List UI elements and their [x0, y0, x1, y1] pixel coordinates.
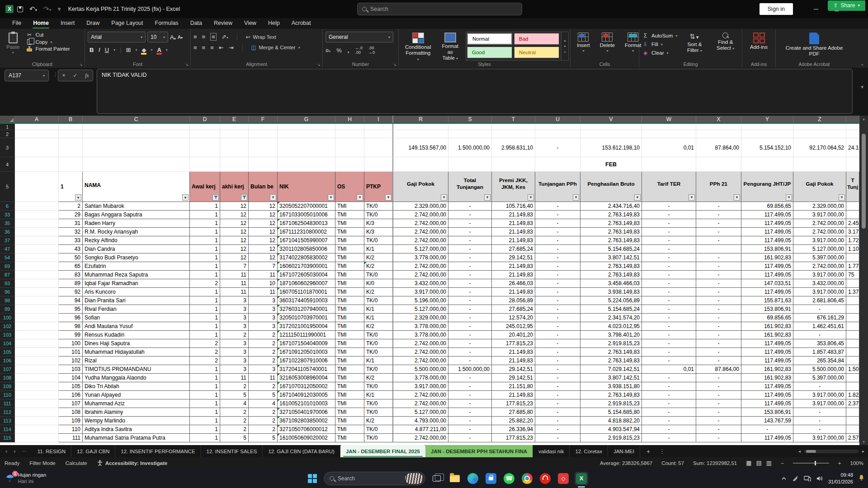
cell[interactable]: 43: [59, 245, 83, 253]
minimize-button[interactable]: ─: [806, 0, 826, 18]
cell[interactable]: -: [642, 374, 696, 382]
cell[interactable]: 5.500.000,00: [793, 365, 846, 374]
cell[interactable]: Rizal: [83, 357, 190, 365]
cell[interactable]: 3: [220, 296, 249, 305]
cell[interactable]: [846, 348, 859, 357]
chrome-button[interactable]: [520, 472, 534, 485]
cell[interactable]: 11: [249, 288, 278, 296]
cell[interactable]: 5: [220, 391, 249, 399]
cell[interactable]: 4: [220, 399, 249, 408]
cell[interactable]: 12.574,20: [492, 314, 535, 322]
cell[interactable]: 21.151,80: [492, 382, 535, 391]
cell[interactable]: 12: [249, 211, 278, 219]
accounting-format-button[interactable]: ¤▾: [326, 47, 330, 54]
cell[interactable]: TMI: [335, 417, 364, 425]
cell[interactable]: 21.149,83: [492, 391, 535, 399]
cell[interactable]: 1: [190, 365, 220, 374]
cell[interactable]: 2.763.149,83: [580, 219, 642, 228]
cell[interactable]: 3.778.000,00: [393, 331, 448, 339]
cell[interactable]: TMI: [335, 357, 364, 365]
cell[interactable]: -: [696, 348, 741, 357]
cell[interactable]: -: [448, 331, 492, 339]
cell[interactable]: -: [535, 245, 580, 253]
enter-icon[interactable]: ✓: [73, 72, 77, 79]
cell[interactable]: 5: [220, 434, 249, 442]
cell[interactable]: -: [535, 434, 580, 442]
cell[interactable]: 12: [249, 219, 278, 228]
antivirus-button[interactable]: [538, 472, 552, 485]
filter-dropdown-icon[interactable]: ▾: [484, 194, 491, 201]
cell[interactable]: 21.149,83: [492, 262, 535, 271]
cell[interactable]: K/1: [364, 314, 393, 322]
cell[interactable]: 117.499,05: [741, 434, 793, 442]
delete-cells-button[interactable]: Delete▾: [596, 32, 618, 54]
cell[interactable]: 3172021001950004: [278, 322, 335, 331]
cell[interactable]: -: [448, 245, 492, 253]
cell[interactable]: -: [535, 408, 580, 417]
cell[interactable]: -: [535, 296, 580, 305]
cell[interactable]: [15, 417, 59, 425]
cell[interactable]: TMI: [335, 253, 364, 262]
cell[interactable]: Dines Haji Saputra: [83, 339, 190, 348]
cell[interactable]: 12: [249, 236, 278, 245]
cell[interactable]: TMI: [335, 228, 364, 236]
cell[interactable]: [846, 314, 859, 322]
cell[interactable]: 117.499,05: [741, 399, 793, 408]
cell[interactable]: TK/0: [364, 365, 393, 374]
cell[interactable]: -: [448, 236, 492, 245]
cell[interactable]: -: [642, 357, 696, 365]
grow-font-button[interactable]: A▴: [170, 34, 176, 41]
cell[interactable]: [846, 331, 859, 339]
row-header[interactable]: 37: [0, 236, 15, 245]
autosum-button[interactable]: ΣAutoSum▾: [642, 33, 677, 39]
cell[interactable]: -: [793, 382, 846, 391]
cell[interactable]: [393, 130, 448, 138]
cell[interactable]: Muhammad Satria Pratama Putra: [83, 434, 190, 442]
cell[interactable]: 1: [190, 245, 220, 253]
cell[interactable]: -: [642, 245, 696, 253]
increase-indent-button[interactable]: ⇥: [229, 44, 234, 51]
edge-button[interactable]: [466, 472, 480, 485]
cell[interactable]: 3.778.000,00: [393, 253, 448, 262]
cell[interactable]: 1: [190, 314, 220, 322]
cell[interactable]: 25.882,20: [492, 417, 535, 425]
cell[interactable]: 3271050706000012: [278, 425, 335, 434]
cell[interactable]: 99: [59, 331, 83, 339]
cell[interactable]: 3.917.000,00: [793, 391, 846, 399]
cell[interactable]: FEB: [580, 157, 642, 172]
cell[interactable]: 1.82: [846, 391, 859, 399]
cell[interactable]: 69.856,65: [741, 314, 793, 322]
row-header[interactable]: 98: [0, 296, 15, 305]
cell[interactable]: [846, 425, 859, 434]
cell[interactable]: 12: [220, 236, 249, 245]
cell[interactable]: 105.716,40: [492, 202, 535, 211]
cell[interactable]: Dian Candra: [83, 245, 190, 253]
filter-dropdown-icon[interactable]: ▾: [270, 194, 276, 201]
row-header[interactable]: 115: [0, 434, 15, 442]
column-header-F[interactable]: F: [249, 116, 278, 123]
cell[interactable]: 2.742.000,00: [393, 391, 448, 399]
cell[interactable]: Muhammad Aziz: [83, 399, 190, 408]
cell[interactable]: [696, 245, 741, 253]
cell[interactable]: 1: [190, 391, 220, 399]
cell[interactable]: [15, 434, 59, 442]
cell[interactable]: 1671070312050002: [278, 382, 335, 391]
cell[interactable]: 3: [220, 322, 249, 331]
cell[interactable]: 5.154.152,10: [741, 138, 793, 157]
cell[interactable]: 117.499,05: [741, 391, 793, 399]
cell[interactable]: -: [448, 408, 492, 417]
cell[interactable]: 3201102805850006: [278, 245, 335, 253]
cell[interactable]: 21.149,83: [492, 288, 535, 296]
cell[interactable]: 21.149,83: [492, 348, 535, 357]
conditional-formatting-button[interactable]: Conditional Formatting ▾: [401, 32, 435, 63]
cell[interactable]: 177.815,23: [492, 434, 535, 442]
cell[interactable]: Yudha Manggala Alaondo: [83, 374, 190, 382]
middle-align-button[interactable]: ≡: [202, 33, 206, 40]
cell[interactable]: T Tunj: [846, 172, 859, 202]
cell[interactable]: -: [535, 271, 580, 279]
row-header[interactable]: 109: [0, 382, 15, 391]
cell[interactable]: [15, 288, 59, 296]
row-header[interactable]: 35: [0, 219, 15, 228]
cell[interactable]: K/2: [364, 374, 393, 382]
zoom-in-icon[interactable]: +: [838, 460, 841, 466]
